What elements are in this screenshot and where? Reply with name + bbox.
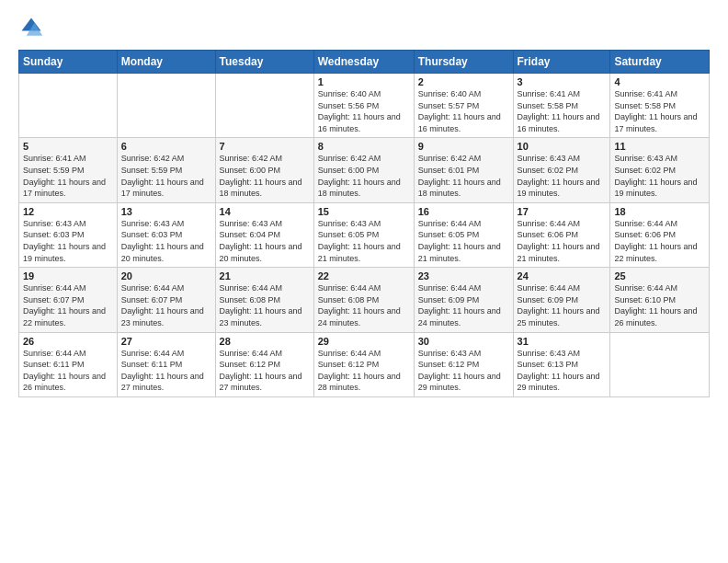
- calendar-cell: 12Sunrise: 6:43 AMSunset: 6:03 PMDayligh…: [19, 202, 118, 267]
- calendar-cell: 18Sunrise: 6:44 AMSunset: 6:06 PMDayligh…: [610, 202, 710, 267]
- col-header-wednesday: Wednesday: [313, 51, 414, 74]
- calendar-cell: 25Sunrise: 6:44 AMSunset: 6:10 PMDayligh…: [610, 268, 710, 332]
- page: SundayMondayTuesdayWednesdayThursdayFrid…: [0, 0, 728, 563]
- day-number: 13: [121, 206, 211, 217]
- calendar-cell: 16Sunrise: 6:44 AMSunset: 6:05 PMDayligh…: [414, 202, 513, 267]
- day-info: Sunrise: 6:44 AMSunset: 6:09 PMDaylight:…: [518, 282, 607, 328]
- day-info: Sunrise: 6:44 AMSunset: 6:06 PMDaylight:…: [518, 218, 607, 264]
- day-info: Sunrise: 6:41 AMSunset: 5:58 PMDaylight:…: [614, 88, 705, 134]
- day-info: Sunrise: 6:44 AMSunset: 6:11 PMDaylight:…: [23, 348, 113, 394]
- day-info: Sunrise: 6:44 AMSunset: 6:07 PMDaylight:…: [121, 282, 211, 328]
- day-number: 22: [318, 270, 410, 282]
- day-number: 30: [418, 336, 509, 347]
- calendar-cell: 21Sunrise: 6:44 AMSunset: 6:08 PMDayligh…: [215, 268, 313, 332]
- logo-icon: [18, 15, 44, 40]
- calendar-cell: 6Sunrise: 6:42 AMSunset: 5:59 PMDaylight…: [117, 138, 215, 202]
- week-row-4: 19Sunrise: 6:44 AMSunset: 6:07 PMDayligh…: [19, 268, 710, 332]
- week-row-5: 26Sunrise: 6:44 AMSunset: 6:11 PMDayligh…: [19, 332, 710, 396]
- logo: [18, 15, 46, 40]
- day-number: 16: [418, 206, 509, 217]
- day-info: Sunrise: 6:42 AMSunset: 6:00 PMDaylight:…: [318, 153, 410, 199]
- header: [18, 15, 710, 40]
- day-info: Sunrise: 6:43 AMSunset: 6:02 PMDaylight:…: [614, 153, 705, 199]
- day-info: Sunrise: 6:44 AMSunset: 6:06 PMDaylight:…: [614, 218, 705, 264]
- day-info: Sunrise: 6:43 AMSunset: 6:04 PMDaylight:…: [220, 218, 310, 264]
- day-info: Sunrise: 6:44 AMSunset: 6:07 PMDaylight:…: [23, 282, 113, 328]
- day-number: 10: [518, 141, 607, 152]
- day-info: Sunrise: 6:44 AMSunset: 6:11 PMDaylight:…: [121, 348, 211, 394]
- day-info: Sunrise: 6:43 AMSunset: 6:02 PMDaylight:…: [518, 153, 607, 199]
- col-header-monday: Monday: [117, 51, 215, 74]
- day-number: 19: [23, 270, 113, 282]
- day-info: Sunrise: 6:43 AMSunset: 6:03 PMDaylight:…: [23, 218, 113, 264]
- calendar-cell: 22Sunrise: 6:44 AMSunset: 6:08 PMDayligh…: [313, 268, 414, 332]
- day-number: 2: [418, 76, 509, 87]
- day-info: Sunrise: 6:44 AMSunset: 6:09 PMDaylight:…: [418, 282, 509, 328]
- header-row: SundayMondayTuesdayWednesdayThursdayFrid…: [19, 51, 710, 74]
- day-number: 29: [318, 336, 410, 347]
- day-number: 23: [418, 270, 509, 282]
- day-number: 28: [220, 336, 310, 347]
- day-number: 24: [518, 270, 607, 282]
- day-number: 9: [418, 141, 509, 152]
- day-number: 27: [121, 336, 211, 347]
- day-info: Sunrise: 6:44 AMSunset: 6:12 PMDaylight:…: [220, 348, 310, 394]
- day-number: 4: [614, 76, 705, 87]
- day-number: 20: [121, 270, 211, 282]
- day-number: 6: [121, 141, 211, 152]
- calendar-cell: 13Sunrise: 6:43 AMSunset: 6:03 PMDayligh…: [117, 202, 215, 267]
- day-number: 21: [220, 270, 310, 282]
- day-info: Sunrise: 6:40 AMSunset: 5:57 PMDaylight:…: [418, 88, 509, 134]
- day-number: 5: [23, 141, 113, 152]
- calendar: SundayMondayTuesdayWednesdayThursdayFrid…: [18, 50, 710, 397]
- day-info: Sunrise: 6:44 AMSunset: 6:08 PMDaylight:…: [220, 282, 310, 328]
- calendar-cell: 30Sunrise: 6:43 AMSunset: 6:12 PMDayligh…: [414, 332, 513, 396]
- day-info: Sunrise: 6:44 AMSunset: 6:05 PMDaylight:…: [418, 218, 509, 264]
- day-number: 12: [23, 206, 113, 217]
- calendar-cell: 9Sunrise: 6:42 AMSunset: 6:01 PMDaylight…: [414, 138, 513, 202]
- day-info: Sunrise: 6:41 AMSunset: 5:58 PMDaylight:…: [518, 88, 607, 134]
- calendar-cell: 15Sunrise: 6:43 AMSunset: 6:05 PMDayligh…: [313, 202, 414, 267]
- day-number: 31: [518, 336, 607, 347]
- day-info: Sunrise: 6:44 AMSunset: 6:10 PMDaylight:…: [614, 282, 705, 328]
- day-number: 14: [220, 206, 310, 217]
- day-info: Sunrise: 6:42 AMSunset: 6:00 PMDaylight:…: [220, 153, 310, 199]
- day-number: 18: [614, 206, 705, 217]
- calendar-cell: 14Sunrise: 6:43 AMSunset: 6:04 PMDayligh…: [215, 202, 313, 267]
- day-number: 17: [518, 206, 607, 217]
- day-number: 15: [318, 206, 410, 217]
- day-info: Sunrise: 6:43 AMSunset: 6:13 PMDaylight:…: [518, 348, 607, 394]
- calendar-cell: 26Sunrise: 6:44 AMSunset: 6:11 PMDayligh…: [19, 332, 118, 396]
- calendar-cell: 7Sunrise: 6:42 AMSunset: 6:00 PMDaylight…: [215, 138, 313, 202]
- calendar-cell: 1Sunrise: 6:40 AMSunset: 5:56 PMDaylight…: [313, 74, 414, 138]
- calendar-cell: 11Sunrise: 6:43 AMSunset: 6:02 PMDayligh…: [610, 138, 710, 202]
- calendar-cell: 8Sunrise: 6:42 AMSunset: 6:00 PMDaylight…: [313, 138, 414, 202]
- week-row-3: 12Sunrise: 6:43 AMSunset: 6:03 PMDayligh…: [19, 202, 710, 267]
- calendar-cell: 20Sunrise: 6:44 AMSunset: 6:07 PMDayligh…: [117, 268, 215, 332]
- col-header-sunday: Sunday: [19, 51, 118, 74]
- week-row-1: 1Sunrise: 6:40 AMSunset: 5:56 PMDaylight…: [19, 74, 710, 138]
- col-header-saturday: Saturday: [610, 51, 710, 74]
- day-info: Sunrise: 6:42 AMSunset: 6:01 PMDaylight:…: [418, 153, 509, 199]
- day-number: 8: [318, 141, 410, 152]
- calendar-cell: [215, 74, 313, 138]
- day-info: Sunrise: 6:43 AMSunset: 6:03 PMDaylight:…: [121, 218, 211, 264]
- day-info: Sunrise: 6:42 AMSunset: 5:59 PMDaylight:…: [121, 153, 211, 199]
- calendar-cell: [117, 74, 215, 138]
- calendar-cell: 29Sunrise: 6:44 AMSunset: 6:12 PMDayligh…: [313, 332, 414, 396]
- day-info: Sunrise: 6:44 AMSunset: 6:12 PMDaylight:…: [318, 348, 410, 394]
- day-info: Sunrise: 6:44 AMSunset: 6:08 PMDaylight:…: [318, 282, 410, 328]
- calendar-cell: 5Sunrise: 6:41 AMSunset: 5:59 PMDaylight…: [19, 138, 118, 202]
- calendar-cell: 2Sunrise: 6:40 AMSunset: 5:57 PMDaylight…: [414, 74, 513, 138]
- week-row-2: 5Sunrise: 6:41 AMSunset: 5:59 PMDaylight…: [19, 138, 710, 202]
- calendar-cell: 3Sunrise: 6:41 AMSunset: 5:58 PMDaylight…: [513, 74, 610, 138]
- col-header-friday: Friday: [513, 51, 610, 74]
- day-number: 26: [23, 336, 113, 347]
- calendar-cell: 10Sunrise: 6:43 AMSunset: 6:02 PMDayligh…: [513, 138, 610, 202]
- day-info: Sunrise: 6:43 AMSunset: 6:05 PMDaylight:…: [318, 218, 410, 264]
- day-info: Sunrise: 6:41 AMSunset: 5:59 PMDaylight:…: [23, 153, 113, 199]
- calendar-cell: [610, 332, 710, 396]
- calendar-cell: 28Sunrise: 6:44 AMSunset: 6:12 PMDayligh…: [215, 332, 313, 396]
- col-header-tuesday: Tuesday: [215, 51, 313, 74]
- day-number: 3: [518, 76, 607, 87]
